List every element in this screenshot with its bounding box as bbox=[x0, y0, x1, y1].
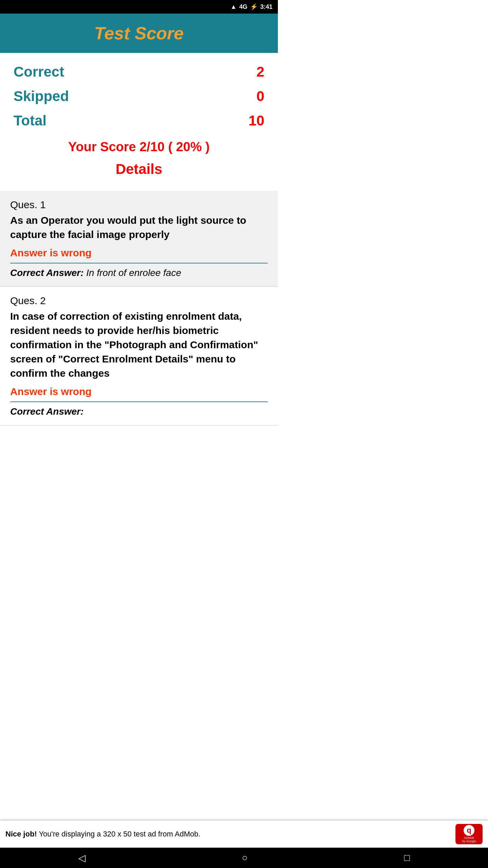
correct-value: 2 bbox=[257, 64, 264, 80]
total-value: 10 bbox=[248, 113, 264, 129]
signal-icon: ▲ bbox=[230, 3, 237, 11]
skipped-row: Skipped 0 bbox=[14, 84, 264, 108]
your-score-text: Your Score 2/10 ( 20% ) bbox=[14, 133, 264, 158]
question-2-answer-status: Answer is wrong bbox=[10, 386, 268, 397]
page-title: Test Score bbox=[7, 23, 271, 43]
question-1-block: Ques. 1 As an Operator you would put the… bbox=[0, 191, 278, 287]
correct-answer-label-1: Correct Answer: bbox=[10, 268, 84, 278]
question-1-correct-answer: Correct Answer: In front of enrolee face bbox=[10, 263, 268, 278]
correct-label: Correct bbox=[14, 64, 64, 80]
question-2-block: Ques. 2 In case of correction of existin… bbox=[0, 287, 278, 426]
question-2-number: Ques. 2 bbox=[10, 295, 268, 307]
correct-answer-text-1: In front of enrolee face bbox=[86, 268, 181, 278]
question-1-answer-status: Answer is wrong bbox=[10, 247, 268, 259]
score-section: Correct 2 Skipped 0 Total 10 Your Score … bbox=[0, 53, 278, 191]
status-bar: ▲ 4G ⚡ 3:41 bbox=[0, 0, 278, 14]
header: Test Score bbox=[0, 14, 278, 53]
time-display: 3:41 bbox=[260, 3, 272, 11]
question-1-number: Ques. 1 bbox=[10, 199, 268, 211]
question-2-text: In case of correction of existing enrolm… bbox=[10, 309, 268, 380]
correct-answer-label-2: Correct Answer: bbox=[10, 406, 84, 417]
signal-text: 4G bbox=[239, 3, 247, 11]
details-label: Details bbox=[14, 158, 264, 184]
total-label: Total bbox=[14, 113, 46, 129]
skipped-label: Skipped bbox=[14, 88, 69, 104]
details-section: Ques. 1 As an Operator you would put the… bbox=[0, 191, 278, 426]
total-row: Total 10 bbox=[14, 108, 264, 133]
question-1-text: As an Operator you would put the light s… bbox=[10, 213, 268, 242]
skipped-value: 0 bbox=[257, 88, 264, 104]
correct-row: Correct 2 bbox=[14, 60, 264, 84]
question-2-correct-answer: Correct Answer: bbox=[10, 401, 268, 417]
status-icons: ▲ 4G ⚡ 3:41 bbox=[230, 3, 272, 11]
battery-icon: ⚡ bbox=[250, 3, 258, 11]
